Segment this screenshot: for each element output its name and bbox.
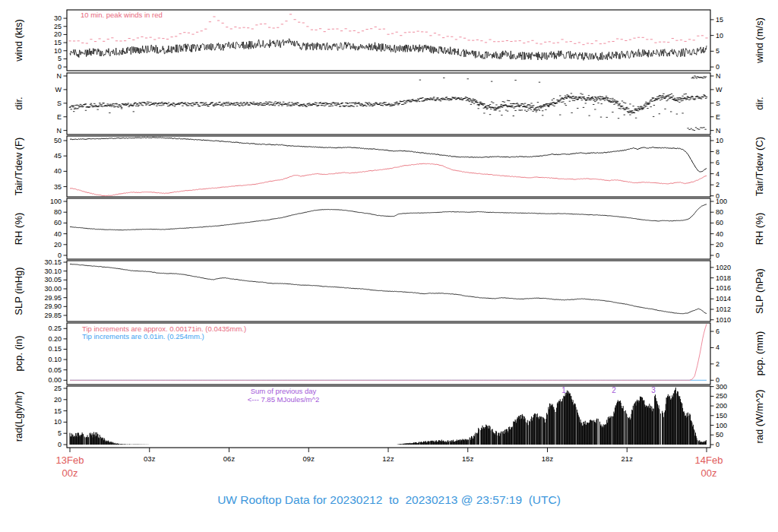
svg-text:15: 15 [716,16,723,24]
page-title: UW Rooftop Data for 20230212 to 20230213… [217,493,561,507]
series-dir-outliers-low [478,106,684,119]
svg-text:15: 15 [54,407,62,415]
svg-text:0.10: 0.10 [48,356,62,363]
meteogram-page: 051015202530051015NWSENNWSEN354045500246… [0,0,778,532]
svg-text:50: 50 [716,431,723,439]
svg-text:29.90: 29.90 [44,302,62,310]
rad-sum-note-line2: <--- 7.85 MJoules/m^2 [248,395,319,404]
svg-text:20: 20 [54,30,62,38]
svg-text:25: 25 [54,385,62,392]
svg-text:W: W [55,86,62,93]
svg-text:0.25: 0.25 [48,325,62,332]
axis-title-rh-right: RH (%) [754,213,765,245]
axis-title-slp-inhg: SLP (inHg) [13,267,24,315]
svg-text:10: 10 [716,137,723,144]
svg-text:30.05: 30.05 [44,276,62,283]
svg-text:4: 4 [716,344,719,351]
svg-text:0: 0 [716,441,719,448]
svg-text:1018: 1018 [716,274,731,282]
svg-text:45: 45 [54,152,62,160]
axis-title-tair-f: Tair/Tdew (F) [13,138,24,196]
svg-text:21z: 21z [621,454,634,463]
series-slp [70,264,707,313]
axis-title-rh-left: RH (%) [13,213,24,245]
axis-title-pcp-in: pcp. (in) [13,336,24,372]
svg-text:40: 40 [54,167,62,175]
svg-text:20: 20 [54,241,62,249]
x-tick-labels: 03z06z09z12z15z18z21z [144,454,633,463]
series-dir-outliers-early [73,109,134,113]
rad-peak-label-3: 3 [651,386,656,394]
axis-title-pcp-mm: pcp. (mm) [754,331,765,376]
svg-text:N: N [57,72,62,80]
svg-text:30.10: 30.10 [44,268,62,275]
svg-text:100: 100 [716,198,727,205]
svg-text:1012: 1012 [716,306,731,313]
svg-text:0: 0 [58,63,62,71]
panel-wind-direction: NWSENNWSEN [55,72,723,135]
x-start-hour: 00z [62,467,78,480]
svg-text:0.20: 0.20 [48,335,62,343]
axis-title-dir-right: dir. [754,97,765,109]
y-tick-labels: 051015202530051015 [54,14,723,71]
svg-text:15z: 15z [462,454,474,463]
svg-text:E: E [716,113,720,121]
svg-text:E: E [57,113,62,121]
series-dir-main [69,95,708,113]
svg-text:1020: 1020 [716,264,731,271]
svg-text:N: N [57,127,62,135]
meteogram-svg: 051015202530051015NWSENNWSEN354045500246… [0,0,778,532]
panel-wind-speed: 051015202530051015 [54,10,723,71]
series-tair [70,138,707,172]
series-dir-spread [467,93,689,113]
axis-title-dir-left: dir. [13,97,24,109]
svg-text:6: 6 [716,159,719,166]
panel-sea-level-pressure: 29.8529.9029.9530.0030.0530.1030.1510101… [44,258,731,324]
svg-text:20: 20 [716,241,723,249]
series-tdew [70,163,707,196]
svg-text:80: 80 [716,208,723,216]
x-end-hour: 00z [701,467,717,480]
svg-text:300: 300 [716,383,727,391]
svg-text:S: S [716,100,720,107]
svg-text:N: N [716,72,721,80]
series-peak-wind [68,14,707,45]
svg-text:40: 40 [716,230,723,238]
axis-title-rad-lgly: rad(Lgly/hr) [13,391,24,442]
svg-text:2: 2 [716,181,719,188]
svg-text:6: 6 [716,328,719,335]
svg-text:5: 5 [58,429,62,437]
rad-peak-label-1: 1 [561,386,566,394]
series-mean-wind [70,39,707,61]
svg-text:80: 80 [54,208,62,216]
svg-text:30.15: 30.15 [44,258,62,266]
peak-wind-note: 10 min. peak winds in red [81,11,163,19]
svg-text:03z: 03z [144,454,156,463]
svg-text:25: 25 [54,23,62,30]
svg-text:1016: 1016 [716,284,731,292]
svg-text:50: 50 [54,137,62,144]
svg-text:10: 10 [54,418,62,426]
svg-text:0: 0 [58,441,62,448]
svg-text:18z: 18z [542,454,554,463]
y-tick-labels: 354045500246810 [54,137,723,200]
rad-sum-note-line1: Sum of previous day [251,387,317,395]
svg-text:30.00: 30.00 [44,285,62,293]
svg-text:0.15: 0.15 [48,345,62,353]
panel-radiation: 0510152025050100150200250300 [54,383,727,448]
svg-text:150: 150 [716,412,727,420]
y-tick-labels: 020406080100020406080100 [50,198,727,259]
series-dir-end-north-top [691,76,707,78]
x-end-date: 14Feb [695,454,723,467]
svg-text:0.05: 0.05 [48,366,62,374]
svg-text:20: 20 [54,396,62,404]
series-rh [70,204,707,230]
rad-peak-label-2: 2 [612,386,616,394]
axis-title-tair-c: Tair/Tdew (C) [754,137,765,196]
y-tick-marks [64,201,714,255]
y-tick-marks [64,141,714,196]
svg-text:4: 4 [716,170,719,178]
svg-text:29.95: 29.95 [44,294,62,302]
axis-title-wind-kts: wind (kts) [13,19,24,62]
svg-text:2: 2 [716,360,719,368]
